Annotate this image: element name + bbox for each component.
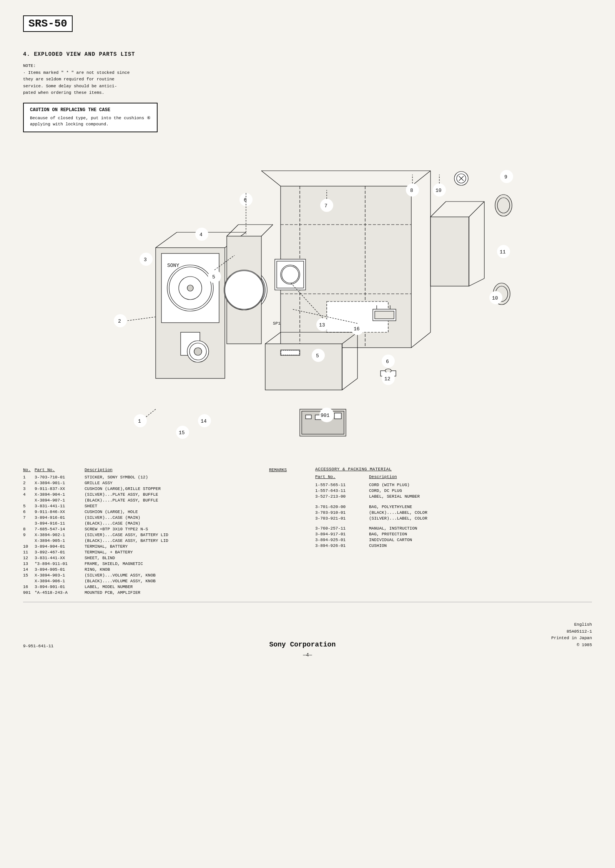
part-desc: (SILVER)...PLATE ASSY, BUFFLE [85,492,269,498]
part-desc: (BLACK)....VOLUME ASSY, KNOB [85,578,269,584]
parts-accessory: ACCESSORY & PACKING MATERIAL Part No. De… [315,467,592,596]
exploded-view-svg: text { font-family: 'Courier New', monos… [23,140,592,455]
parts-table-row: 3 9-911-837-XX CUSHION (LARGE),GRILLE ST… [23,486,300,492]
parts-table-row: 5 3-831-441-11 SHEET [23,503,300,509]
svg-point-57 [194,348,202,355]
part-remarks [269,555,300,561]
part-no-num: 4 [23,492,35,498]
part-remarks [269,521,300,526]
acc-table-row: 3-894-926-01 CUSHION [315,543,592,549]
part-remarks [269,538,300,544]
acc-desc: CORD, DC PLUG [369,488,592,494]
callout-1: 1 [134,414,147,427]
part-no-code: X-3894-906-1 [35,578,85,584]
parts-table-row: 14 3-894-905-01 RING, KNOB [23,567,300,573]
part-no-code: X-3894-907-1 [35,498,85,503]
parts-table-row: 6 9-911-846-XX CUSHION (LARGE), HOLE [23,509,300,515]
svg-line-12 [156,232,177,248]
part-no-num: 15 [23,573,35,578]
part-desc: (BLACK)....CASE ASSY, BATTERY LID [85,538,269,544]
part-desc: TERMINAL, BATTERY [85,544,269,550]
parts-table-row: 901 *A-4518-243-A MOUNTED PCB, AMPLIFIER [23,590,300,596]
acc-table-row: 1-557-565-11 CORD (WITH PLUG) [315,482,592,488]
caution-title: CAUTION ON REPLACING THE CASE [30,107,151,113]
part-no-num: 1 [23,475,35,480]
svg-rect-40 [430,217,469,286]
acc-table: Part No. Description 1-557-565-11 CORD (… [315,474,592,549]
note-line-2: they are seldom required for routine [23,76,592,83]
part-no-code: 9-911-846-XX [35,509,85,515]
part-no-num [23,538,35,544]
part-desc: MOUNTED PCB, AMPLIFIER [85,590,269,596]
footer-language: English [551,621,592,628]
svg-line-38 [342,378,357,390]
part-no-code: X-3894-901-1 [35,480,85,486]
part-no-num: 5 [23,503,35,509]
acc-part-no: 3-894-926-01 [315,543,369,549]
parts-table-row: 2 X-3894-901-1 GRILLE ASSY [23,480,300,486]
acc-part-no: 1-557-565-11 [315,482,369,488]
part-no-num [23,498,35,503]
footer-code: 85A05112-1 [551,628,592,635]
note-line-1: · Items marked " * " are not stocked sin… [23,70,592,77]
part-no-code: 3-703-710-01 [35,475,85,480]
svg-text:13: 13 [319,322,325,328]
svg-line-29 [261,225,273,236]
note-line-3: service. Some delay should be antici- [23,83,592,90]
callout-901: 901 [319,408,334,422]
svg-rect-69 [334,413,341,419]
acc-col-desc: Description [369,474,592,482]
svg-text:10: 10 [435,188,442,193]
svg-rect-52 [375,311,394,319]
parts-table-row: 12 3-831-441-XX SHEET, BLIND [23,555,300,561]
accessory-title: ACCESSORY & PACKING MATERIAL [315,467,592,471]
callout-12: 12 [382,372,395,385]
footer: 9-951-641-11 Sony Corporation English 85… [23,618,592,648]
svg-rect-66 [306,415,311,419]
part-remarks [269,492,300,498]
part-remarks [269,480,300,486]
volume-knob [187,341,209,362]
svg-text:8: 8 [410,188,413,193]
svg-line-77 [127,317,156,321]
svg-text:12: 12 [384,376,391,382]
note-line-0: NOTE: [23,63,592,70]
footer-right: English 85A05112-1 Printed in Japan © 19… [551,621,592,648]
acc-desc: CUSHION [369,543,592,549]
cushion-top-right [495,195,512,216]
callout-10b: 10 [489,291,502,304]
acc-part-no: 1-557-643-11 [315,488,369,494]
part-desc: TERMINAL, + BATTERY [85,550,269,555]
col-header-remarks: REMARKS [269,467,300,475]
col-header-no: No. [23,467,35,475]
acc-table-row: 3-703-921-01 (SILVER)...LABEL, COLOR [315,515,592,521]
sp1-label: SP1 [273,321,281,326]
part-remarks [269,532,300,538]
callout-2: 2 [114,314,127,327]
part-desc: (SILVER)...CASE (MAIN) [85,515,269,521]
footer-year: © 1985 [551,642,592,649]
svg-rect-33 [265,344,342,390]
svg-text:7: 7 [324,203,327,209]
parts-table: No. Part No. Description REMARKS 1 3-703… [23,467,300,596]
callout-8: 8 [406,183,419,197]
svg-line-3 [411,332,430,348]
svg-line-41 [430,202,446,217]
acc-part-no: 3-701-620-00 [315,504,369,510]
svg-text:11: 11 [500,249,506,255]
part-remarks [269,515,300,521]
acc-part-no: 3-760-257-11 [315,526,369,531]
acc-desc: (SILVER)...LABEL, COLOR [369,515,592,521]
part-no-code: 3-894-904-01 [35,544,85,550]
part-remarks [269,526,300,532]
part-no-num [23,521,35,526]
callout-6b: 6 [382,355,395,368]
part-remarks [269,567,300,573]
parts-table-row: 11 3-892-467-01 TERMINAL, + BATTERY [23,550,300,555]
callout-14: 14 [198,414,211,427]
part-no-num: 16 [23,584,35,590]
caution-text: Because of closed type, put into the cus… [30,115,151,128]
acc-table-row: 3-701-620-00 BAG, POLYETHYLENE [315,504,592,510]
parts-table-row: 9 X-3894-902-1 (SILVER)...CASE ASSY, BAT… [23,532,300,538]
svg-line-76 [146,409,156,417]
